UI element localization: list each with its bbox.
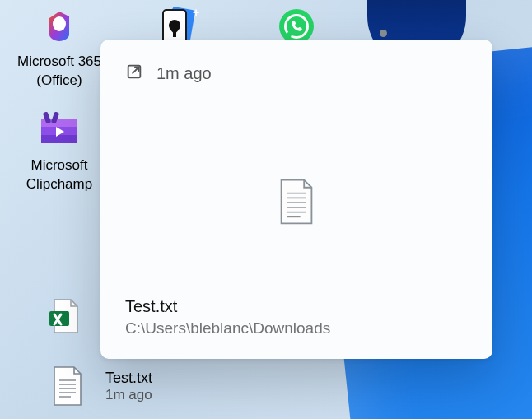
file-preview-tooltip: 1m ago Test.txt C:\Users\bleblanc\Downlo… [100,40,492,359]
tooltip-filename: Test.txt [125,297,468,316]
recent-file-item[interactable]: Test.txt 1m ago [41,358,305,414]
clipchamp-icon [36,109,82,151]
svg-rect-3 [173,32,176,37]
tooltip-preview [125,105,468,297]
excel-file-icon [41,295,87,338]
recent-file-time: 1m ago [105,387,152,403]
tooltip-filepath: C:\Users\bleblanc\Downloads [125,319,468,338]
m365-icon [36,5,82,48]
txt-file-icon [278,178,315,226]
open-external-icon[interactable] [125,63,143,85]
txt-file-icon [41,360,94,412]
desktop-icon-label: Microsoft Clipchamp [6,156,113,194]
desktop-icon-excel-file[interactable] [41,293,87,342]
desktop-icon-label: Microsoft 365 (Office) [6,53,113,91]
recent-files: Test.txt 1m ago [41,358,305,414]
status-dot [380,30,387,37]
tooltip-time: 1m ago [156,64,212,83]
recent-file-name: Test.txt [105,370,152,387]
svg-point-0 [53,16,66,31]
svg-text:+: + [193,6,199,19]
svg-rect-10 [41,135,77,143]
